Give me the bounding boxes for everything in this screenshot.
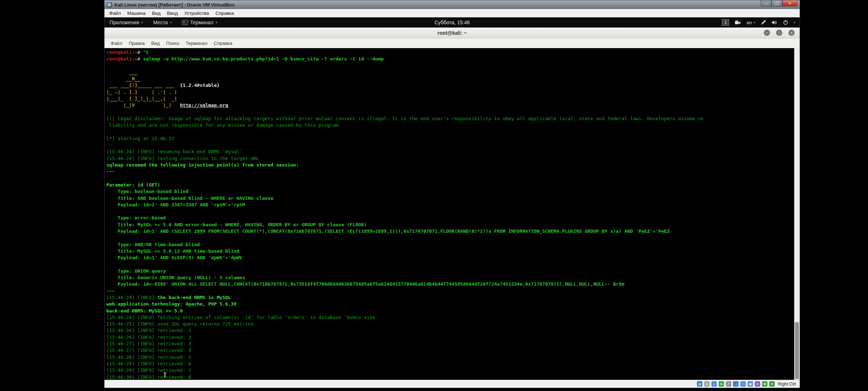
places-label: Места [153,20,168,25]
vbox-restore-button[interactable]: ❐ [771,0,782,7]
terminal-content[interactable]: root@kali:~# ^Croot@kali:~# sqlmap -u ht… [105,48,800,380]
terminal-scrollbar-thumb[interactable] [795,322,799,379]
vbox-window-title: Kali Linux (чистая) [Работает] - Oracle … [114,2,235,8]
terminal-line: ___ ___[)]_____ ___ ___ {1.2.4#stable} [106,82,793,89]
terminal-line: Title: AND boolean-based blind - WHERE o… [106,195,793,202]
usb-icon[interactable]: ✐ [726,381,731,387]
screen-recorder-icon[interactable] [735,20,741,25]
keyboard-layout-indicator[interactable]: en ▾ [746,20,755,25]
volume-icon[interactable] [771,20,778,25]
terminal-line [106,63,793,69]
terminal-line: [!] legal disclaimer: Usage of sqlmap fo… [106,115,793,122]
vbox-menu-help[interactable]: Справка [212,9,237,17]
vbox-menu-devices[interactable]: Устройства [181,9,212,17]
chevron-down-icon: ▾ [754,21,756,24]
terminal-line: [15:46:24] [INFO] fetching entries of co… [106,314,793,321]
terminal-line: |_|V |_| http://sqlmap.org [106,102,793,109]
places-menu[interactable]: Места ▾ [153,20,171,25]
terminal-line: Payload: id=1' AND (SELECT 2899 FROM(SEL… [106,228,793,235]
terminal-app-menu[interactable]: >_ Терминал ▾ [182,20,217,25]
vbox-menu-file[interactable]: Файл [106,9,124,17]
terminal-menu-help[interactable]: Справка [210,39,235,47]
features-icon[interactable]: V [755,381,760,387]
guest-screen: Приложения ▾ Места ▾ >_ Терминал ▾ Суббо… [105,17,800,380]
terminal-line: --- [106,168,793,175]
vbox-status-icons: ▤◎♫⇆✐❏□▣V✚▼ [697,381,775,387]
terminal-line: [*] starting at 15:46:23 [106,135,793,142]
terminal-line: [15:46:25] [INFO] used SQL query returns… [106,321,793,327]
applications-label: Приложения [110,20,139,25]
vbox-close-button[interactable]: ✕ [782,0,797,7]
kali-top-panel: Приложения ▾ Места ▾ >_ Терминал ▾ Суббо… [105,17,800,28]
terminal-line: Title: MySQL >= 5.0.12 AND time-based bl… [106,248,793,255]
terminal-line: --- [106,288,793,294]
applications-menu[interactable]: Приложения ▾ [110,20,143,25]
virtualbox-app-icon [107,2,112,8]
terminal-menu-edit[interactable]: Правка [125,39,148,47]
terminal-line: [15:46:26] [INFO] retrieved: 2 [106,334,793,341]
terminal-line: back-end DBMS: MySQL >= 5.0 [106,308,793,314]
vbox-minimize-button[interactable]: — [761,0,771,7]
audio-icon[interactable]: ♫ [711,381,717,387]
pen-tablet-icon[interactable] [761,20,766,25]
hdd-icon[interactable]: ▤ [697,381,702,387]
keyboard-capture-icon[interactable]: ▼ [769,381,775,387]
terminal-line: [15:46:27] [INFO] retrieved: 4 [106,347,793,354]
terminal-line [106,109,793,115]
shared-folders-icon[interactable]: ❏ [733,381,739,387]
panel-clock[interactable]: Суббота, 15:46 [434,20,470,25]
terminal-menu-terminal[interactable]: Терминал [182,39,210,47]
terminal-line: Payload: id=1' AND 3387=3387 AND 'rpSM'=… [106,202,793,208]
terminal-line: [15:46:30] [INFO] retrieved: 8 [106,374,793,380]
power-icon[interactable] [783,20,788,25]
terminal-line: [15:46:29] [INFO] retrieved: 6 [106,361,793,367]
terminal-menubar: Файл Правка Вид Поиск Терминал Справка [105,38,800,48]
terminal-line: [15:46:24] [INFO] resuming back-end DBMS… [106,148,793,155]
terminal-line: [15:46:28] [INFO] retrieved: 5 [106,354,793,361]
chevron-down-icon: ▾ [141,21,143,24]
terminal-line: web application technology: Apache, PHP … [106,301,793,307]
terminal-line [106,208,793,215]
terminal-scrollbar[interactable] [794,48,800,380]
vbox-statusbar: ▤◎♫⇆✐❏□▣V✚▼ Right Ctrl [105,380,800,388]
terminal-line: liability and are not responsible for an… [106,122,793,129]
virtualbox-window: Kali Linux (чистая) [Работает] - Oracle … [104,0,800,388]
terminal-menu-search[interactable]: Поиск [163,39,182,47]
terminal-minimize-button[interactable]: ─ [764,30,770,36]
vbox-menu-view[interactable]: Вид [149,9,164,17]
terminal-line: Type: error-based [106,215,793,221]
terminal-line: [15:46:24] [INFO] testing connection to … [106,155,793,162]
vbox-menubar: Файл Машина Вид Ввод Устройства Справка [105,9,800,17]
terminal-menu-file[interactable]: Файл [107,39,125,47]
mouse-integration-icon[interactable]: ✚ [762,381,767,387]
terminal-line: [15:46:24] [INFO] the back-end DBMS is M… [106,294,793,301]
display-icon[interactable]: □ [740,381,746,387]
terminal-line: [15:46:26] [INFO] retrieved: 1 [106,327,793,334]
language-label: en [746,20,752,25]
vbox-menu-machine[interactable]: Машина [124,9,149,17]
terminal-line: Parameter: id (GET) [106,182,793,188]
terminal-line: [15:46:29] [INFO] retrieved: 7 [106,367,793,374]
terminal-line [106,235,793,241]
network-icon[interactable]: ⇆ [719,381,724,387]
terminal-maximize-button[interactable]: □ [776,30,782,36]
terminal-titlebar[interactable]: root@kali: ~ ─ □ ✕ [105,28,800,38]
terminal-icon: >_ [182,20,188,25]
host-key-label: Right Ctrl [778,382,796,387]
terminal-line: |_ -| . [.] | .'| . | [106,89,793,96]
optical-disc-icon[interactable]: ◎ [704,381,710,387]
terminal-line: Payload: id=1' AND SLEEP(5) AND 'dpWV'='… [106,255,793,261]
terminal-line: sqlmap resumed the following injection p… [106,162,793,168]
workspace-indicator[interactable]: 1 [722,19,729,26]
vbox-menu-input[interactable]: Ввод [164,9,181,17]
vbox-titlebar[interactable]: Kali Linux (чистая) [Работает] - Oracle … [105,0,800,9]
terminal-line: root@kali:~# sqlmap -u http://www.kvm.co… [106,56,793,62]
terminal-line [106,129,793,135]
terminal-line: [15:46:27] [INFO] retrieved: 3 [106,341,793,347]
terminal-menu-view[interactable]: Вид [148,39,163,47]
terminal-line: Type: boolean-based blind [106,188,793,195]
terminal-close-button[interactable]: ✕ [788,30,795,36]
panel-chevron-down-icon[interactable]: ▾ [793,21,795,24]
recording-icon[interactable]: ▣ [748,381,753,387]
terminal-window-controls: ─ □ ✕ [764,30,795,36]
